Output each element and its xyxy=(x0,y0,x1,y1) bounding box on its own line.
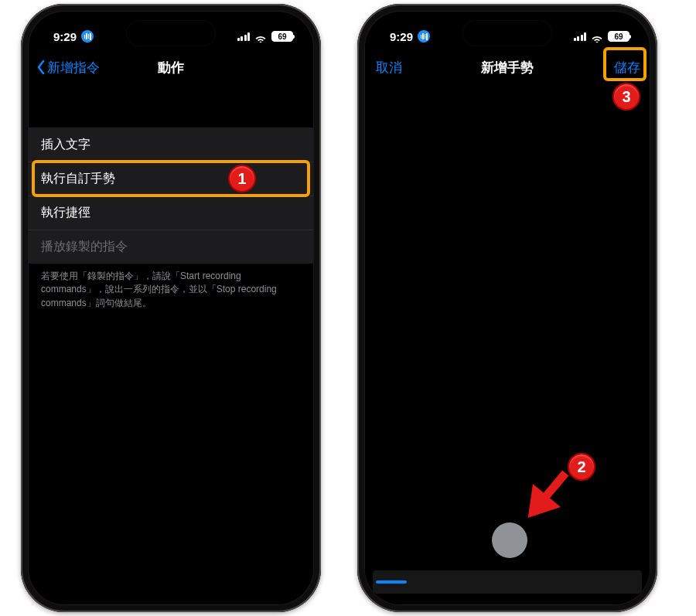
phone-left: 9:29 69 新增指令 動作 xyxy=(21,4,321,612)
cancel-label: 取消 xyxy=(376,59,402,77)
nav-bar: 取消 新增手勢 儲存 xyxy=(365,50,650,84)
cancel-button[interactable]: 取消 xyxy=(376,50,402,84)
back-button[interactable]: 新增指令 xyxy=(36,50,100,84)
status-time: 9:29 xyxy=(390,30,413,43)
nav-bar: 新增指令 動作 xyxy=(29,50,313,84)
status-time: 9:29 xyxy=(53,30,77,43)
row-custom-gesture[interactable]: 執行自訂手勢 xyxy=(29,162,313,196)
badge-2: 2 xyxy=(568,453,595,481)
cellular-icon xyxy=(574,32,587,41)
siri-icon xyxy=(418,30,430,43)
chevron-left-icon xyxy=(36,60,46,75)
siri-icon xyxy=(81,30,94,43)
footer-note: 若要使用「錄製的指令」，請說「Start recording commands」… xyxy=(29,264,313,310)
save-label: 儲存 xyxy=(614,59,640,77)
wifi-icon xyxy=(591,32,603,41)
action-list: 插入文字 執行自訂手勢 執行捷徑 播放錄製的指令 若要使用「錄製的指令」，請說「… xyxy=(29,128,313,310)
battery-icon: 69 xyxy=(608,31,629,42)
badge-3: 3 xyxy=(612,83,640,111)
page-title: 動作 xyxy=(158,59,184,77)
cellular-icon xyxy=(237,32,251,41)
battery-icon: 69 xyxy=(271,31,293,42)
screen-left: 9:29 69 新增指令 動作 xyxy=(29,12,313,604)
row-play-recorded: 播放錄製的指令 xyxy=(29,230,313,264)
screen-right: 9:29 69 取消 新增手勢 儲存 xyxy=(365,12,650,604)
dynamic-island xyxy=(127,21,215,46)
row-insert-text[interactable]: 插入文字 xyxy=(29,128,313,162)
gesture-record-area[interactable] xyxy=(365,84,650,604)
row-run-shortcut[interactable]: 執行捷徑 xyxy=(29,196,313,230)
gesture-timeline-progress xyxy=(376,580,407,584)
gesture-timeline[interactable] xyxy=(373,570,642,594)
phone-right: 9:29 69 取消 新增手勢 儲存 xyxy=(357,4,657,612)
wifi-icon xyxy=(254,32,267,41)
page-title: 新增手勢 xyxy=(481,59,534,77)
save-button[interactable]: 儲存 xyxy=(614,50,640,84)
back-label: 新增指令 xyxy=(47,59,100,77)
badge-1: 1 xyxy=(228,165,256,192)
dynamic-island xyxy=(463,21,551,46)
